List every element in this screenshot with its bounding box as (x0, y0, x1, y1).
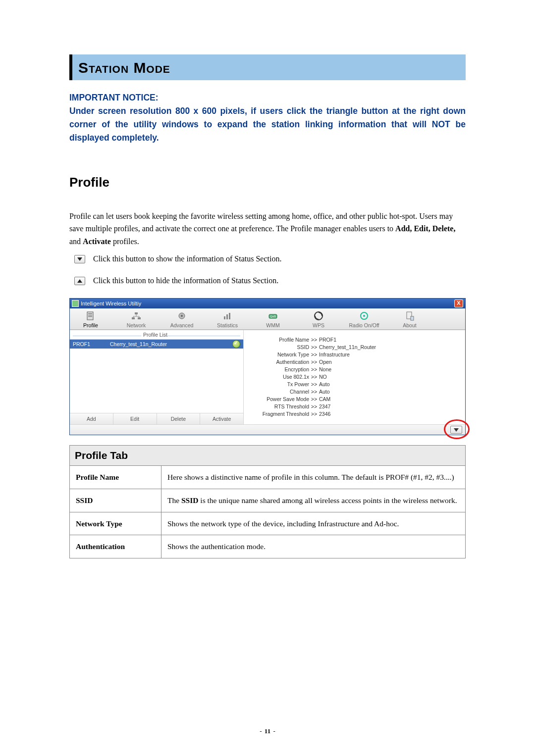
detail-key: Authentication (256, 359, 309, 365)
cell-key: Authentication (70, 535, 161, 558)
detail-val: Open (319, 359, 332, 365)
detail-val: 2347 (319, 403, 330, 409)
svg-rect-5 (138, 317, 141, 319)
detail-key: Use 802.1x (256, 374, 309, 380)
detail-key: Network Type (256, 352, 309, 357)
profile-intro: Profile can let users book keeping the f… (69, 210, 466, 248)
cell-key: SSID (70, 489, 161, 512)
tab-about-label: About (403, 322, 416, 328)
notice-heading: IMPORTANT NOTICE: (69, 93, 159, 102)
detail-key: Profile Name (256, 337, 309, 343)
svg-rect-4 (132, 317, 135, 319)
detail-val: 2346 (319, 411, 330, 417)
tab-radio-label: Radio On/Off (349, 322, 379, 328)
page-number: - 11 - (0, 727, 535, 735)
detail-val: Cherry_test_11n_Router (319, 344, 376, 350)
radio-icon (359, 310, 370, 321)
detail-key: Fragment Threshold (256, 411, 309, 417)
close-icon[interactable]: X (454, 300, 463, 307)
profile-list-pane: Profile List PROF1 Cherry_test_11n_Route… (70, 330, 244, 424)
tab-wps-label: WPS (313, 322, 324, 328)
profile-row-name: PROF1 (73, 341, 90, 347)
tab-wps[interactable]: WPS (303, 310, 334, 328)
ssid-desc-b: is the unique name shared among all wire… (198, 496, 457, 504)
cell-desc: Shows the network type of the device, in… (161, 512, 466, 535)
expand-bar (70, 424, 465, 435)
activate-button[interactable]: Activate (200, 413, 243, 424)
profile-row-selected[interactable]: PROF1 Cherry_test_11n_Router (70, 340, 243, 349)
tab-advanced[interactable]: Advanced (166, 310, 198, 328)
tab-profile[interactable]: Profile (75, 310, 107, 328)
advanced-icon (176, 310, 187, 321)
table-row: Network Type Shows the network type of t… (70, 512, 466, 535)
profile-list-label: Profile List (143, 332, 167, 338)
svg-rect-6 (135, 312, 138, 314)
profile-detail-pane: Profile Name>>PROF1 SSID>>Cherry_test_11… (244, 330, 465, 424)
table-row: Profile Name Here shows a distinctive na… (70, 466, 466, 489)
detail-key: Channel (256, 389, 309, 395)
profile-tab-table: Profile Tab Profile Name Here shows a di… (69, 445, 466, 558)
edit-button[interactable]: Edit (113, 413, 157, 424)
expand-toggle-button[interactable] (450, 426, 462, 434)
tab-network[interactable]: Network (120, 310, 152, 328)
profile-tab-header: Profile Tab (70, 446, 466, 466)
tab-profile-label: Profile (83, 322, 98, 328)
table-row: Authentication Shows the authentication … (70, 535, 466, 558)
cell-key: Profile Name (70, 466, 161, 489)
intro-text3: profiles. (113, 237, 139, 246)
profile-heading: Profile (69, 175, 466, 190)
cell-desc: Shows the authentication mode. (161, 535, 466, 558)
intro-bold-2: Activate (83, 237, 111, 246)
add-button[interactable]: Add (70, 413, 113, 424)
svg-rect-1 (88, 313, 92, 314)
svg-point-8 (181, 315, 183, 317)
svg-rect-3 (88, 316, 92, 317)
svg-rect-10 (226, 314, 228, 319)
statistics-icon (222, 310, 233, 321)
profile-button-bar: Add Edit Delete Activate (70, 413, 243, 424)
profile-row-ssid: Cherry_test_11n_Router (110, 341, 167, 347)
tab-radio[interactable]: Radio On/Off (348, 310, 380, 328)
delete-button[interactable]: Delete (157, 413, 201, 424)
svg-rect-18 (411, 316, 414, 320)
svg-rect-9 (224, 316, 225, 319)
svg-rect-0 (87, 312, 93, 320)
tab-network-label: Network (127, 322, 146, 328)
collapse-up-icon (74, 277, 85, 285)
section-title: Station Mode (78, 59, 170, 76)
svg-text:QoS: QoS (270, 315, 276, 318)
expand-down-icon (74, 255, 85, 263)
intro-bold-1: Add, Edit, Delete, (395, 224, 455, 233)
tab-statistics[interactable]: Statistics (212, 310, 243, 328)
detail-val: NO (319, 374, 327, 380)
show-status-text: Click this button to show the informatio… (93, 254, 281, 263)
tab-advanced-label: Advanced (170, 322, 194, 328)
wmm-icon: QoS (268, 310, 278, 321)
section-title-banner: Station Mode (69, 54, 466, 80)
window-titlebar: Intelligent Wireless Utiltiy X (70, 299, 465, 308)
app-icon (72, 300, 79, 307)
detail-key: Encryption (256, 366, 309, 372)
ssid-desc-a: The (167, 496, 181, 504)
wps-icon (313, 310, 324, 321)
show-status-bullet: Click this button to show the informatio… (74, 254, 466, 263)
profile-list-header: Profile List (70, 330, 243, 340)
tab-wmm-label: WMM (266, 322, 279, 328)
wireless-utility-window: Intelligent Wireless Utiltiy X Profile N… (69, 298, 466, 435)
detail-val: Infrastructure (319, 352, 350, 357)
hide-status-bullet: Click this button to hide the informatio… (74, 276, 466, 285)
window-title: Intelligent Wireless Utiltiy (81, 301, 141, 306)
ssid-desc-bold: SSID (181, 496, 198, 504)
svg-point-16 (363, 315, 365, 317)
cell-desc: Here shows a distinctive name of profile… (161, 466, 466, 489)
intro-text2: and (69, 237, 83, 246)
detail-val: Auto (319, 389, 330, 395)
svg-rect-2 (88, 315, 92, 315)
toolbar: Profile Network Advanced (70, 308, 465, 330)
tab-wmm[interactable]: QoS WMM (257, 310, 289, 328)
tab-about[interactable]: About (394, 310, 426, 328)
profile-icon (85, 310, 96, 321)
cell-key: Network Type (70, 512, 161, 535)
cell-desc: The SSID is the unique name shared among… (161, 489, 466, 512)
detail-val: None (319, 366, 331, 372)
